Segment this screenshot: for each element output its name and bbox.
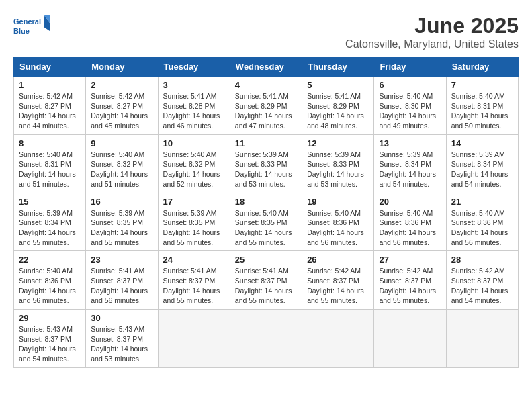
day-number: 12 <box>307 138 369 148</box>
day-info: Sunrise: 5:40 AMSunset: 8:30 PMDaylight:… <box>379 91 441 131</box>
calendar-cell: 11Sunrise: 5:39 AMSunset: 8:33 PMDayligh… <box>230 134 302 193</box>
day-info: Sunrise: 5:41 AMSunset: 8:29 PMDaylight:… <box>307 91 369 131</box>
calendar-cell: 25Sunrise: 5:41 AMSunset: 8:37 PMDayligh… <box>230 251 302 310</box>
day-number: 3 <box>163 80 225 90</box>
day-number: 21 <box>451 197 513 207</box>
day-info: Sunrise: 5:42 AMSunset: 8:27 PMDaylight:… <box>91 91 152 131</box>
day-number: 26 <box>307 255 369 265</box>
calendar-cell: 27Sunrise: 5:42 AMSunset: 8:37 PMDayligh… <box>374 251 446 310</box>
calendar-week-1: 1Sunrise: 5:42 AMSunset: 8:27 PMDaylight… <box>14 77 519 135</box>
day-number: 9 <box>91 138 152 148</box>
calendar-cell <box>374 310 446 368</box>
day-number: 27 <box>379 255 441 265</box>
day-info: Sunrise: 5:39 AMSunset: 8:34 PMDaylight:… <box>379 150 441 189</box>
day-info: Sunrise: 5:42 AMSunset: 8:37 PMDaylight:… <box>451 266 513 306</box>
day-number: 28 <box>451 255 513 265</box>
calendar-cell: 10Sunrise: 5:40 AMSunset: 8:32 PMDayligh… <box>158 134 230 193</box>
title-section: June 2025 Catonsville, Maryland, United … <box>345 13 519 50</box>
calendar-cell: 12Sunrise: 5:39 AMSunset: 8:33 PMDayligh… <box>302 134 374 193</box>
calendar-cell: 18Sunrise: 5:40 AMSunset: 8:35 PMDayligh… <box>230 193 302 251</box>
calendar-cell: 23Sunrise: 5:41 AMSunset: 8:37 PMDayligh… <box>86 251 158 310</box>
calendar-cell: 4Sunrise: 5:41 AMSunset: 8:29 PMDaylight… <box>230 77 302 135</box>
day-header-wednesday: Wednesday <box>230 58 302 77</box>
day-number: 1 <box>19 80 81 90</box>
calendar-cell: 14Sunrise: 5:39 AMSunset: 8:34 PMDayligh… <box>446 134 518 193</box>
day-number: 2 <box>91 80 152 90</box>
day-number: 19 <box>307 197 369 207</box>
day-number: 29 <box>19 313 81 323</box>
day-number: 22 <box>19 255 81 265</box>
day-info: Sunrise: 5:43 AMSunset: 8:37 PMDaylight:… <box>19 324 81 364</box>
day-info: Sunrise: 5:40 AMSunset: 8:32 PMDaylight:… <box>163 150 225 189</box>
calendar-cell: 1Sunrise: 5:42 AMSunset: 8:27 PMDaylight… <box>14 77 86 135</box>
day-info: Sunrise: 5:40 AMSunset: 8:36 PMDaylight:… <box>379 208 441 248</box>
svg-text:General: General <box>13 17 41 26</box>
calendar-cell <box>302 310 374 368</box>
calendar-header-row: SundayMondayTuesdayWednesdayThursdayFrid… <box>14 58 519 77</box>
day-info: Sunrise: 5:41 AMSunset: 8:37 PMDaylight:… <box>235 266 297 306</box>
day-info: Sunrise: 5:42 AMSunset: 8:37 PMDaylight:… <box>379 266 441 306</box>
day-info: Sunrise: 5:41 AMSunset: 8:37 PMDaylight:… <box>163 266 225 306</box>
day-number: 18 <box>235 197 297 207</box>
calendar-cell: 29Sunrise: 5:43 AMSunset: 8:37 PMDayligh… <box>14 310 86 368</box>
day-info: Sunrise: 5:39 AMSunset: 8:33 PMDaylight:… <box>235 150 297 189</box>
day-number: 17 <box>163 197 225 207</box>
day-info: Sunrise: 5:41 AMSunset: 8:28 PMDaylight:… <box>163 91 225 131</box>
day-info: Sunrise: 5:40 AMSunset: 8:31 PMDaylight:… <box>19 150 81 189</box>
day-number: 25 <box>235 255 297 265</box>
day-header-tuesday: Tuesday <box>158 58 230 77</box>
day-header-monday: Monday <box>86 58 158 77</box>
calendar-cell: 5Sunrise: 5:41 AMSunset: 8:29 PMDaylight… <box>302 77 374 135</box>
calendar-cell: 30Sunrise: 5:43 AMSunset: 8:37 PMDayligh… <box>86 310 158 368</box>
calendar-cell: 9Sunrise: 5:40 AMSunset: 8:32 PMDaylight… <box>86 134 158 193</box>
day-number: 7 <box>451 80 513 90</box>
calendar-cell <box>230 310 302 368</box>
day-header-thursday: Thursday <box>302 58 374 77</box>
day-info: Sunrise: 5:40 AMSunset: 8:36 PMDaylight:… <box>19 266 81 306</box>
day-number: 11 <box>235 138 297 148</box>
svg-text:Blue: Blue <box>13 27 30 35</box>
calendar-cell: 2Sunrise: 5:42 AMSunset: 8:27 PMDaylight… <box>86 77 158 135</box>
calendar-week-2: 8Sunrise: 5:40 AMSunset: 8:31 PMDaylight… <box>14 134 519 193</box>
subtitle: Catonsville, Maryland, United States <box>345 38 519 50</box>
day-number: 4 <box>235 80 297 90</box>
day-info: Sunrise: 5:42 AMSunset: 8:37 PMDaylight:… <box>307 266 369 306</box>
day-header-sunday: Sunday <box>14 58 86 77</box>
day-info: Sunrise: 5:41 AMSunset: 8:29 PMDaylight:… <box>235 91 297 131</box>
day-info: Sunrise: 5:39 AMSunset: 8:35 PMDaylight:… <box>91 208 152 248</box>
calendar-week-3: 15Sunrise: 5:39 AMSunset: 8:34 PMDayligh… <box>14 193 519 251</box>
calendar-cell: 8Sunrise: 5:40 AMSunset: 8:31 PMDaylight… <box>14 134 86 193</box>
day-header-friday: Friday <box>374 58 446 77</box>
calendar-cell: 15Sunrise: 5:39 AMSunset: 8:34 PMDayligh… <box>14 193 86 251</box>
calendar-cell: 21Sunrise: 5:40 AMSunset: 8:36 PMDayligh… <box>446 193 518 251</box>
header: General Blue June 2025 Catonsville, Mary… <box>13 13 519 50</box>
day-info: Sunrise: 5:40 AMSunset: 8:35 PMDaylight:… <box>235 208 297 248</box>
calendar-cell: 28Sunrise: 5:42 AMSunset: 8:37 PMDayligh… <box>446 251 518 310</box>
calendar-cell: 7Sunrise: 5:40 AMSunset: 8:31 PMDaylight… <box>446 77 518 135</box>
logo: General Blue <box>13 13 54 40</box>
calendar-cell: 6Sunrise: 5:40 AMSunset: 8:30 PMDaylight… <box>374 77 446 135</box>
day-number: 14 <box>451 138 513 148</box>
calendar-cell: 20Sunrise: 5:40 AMSunset: 8:36 PMDayligh… <box>374 193 446 251</box>
day-info: Sunrise: 5:39 AMSunset: 8:34 PMDaylight:… <box>451 150 513 189</box>
day-number: 6 <box>379 80 441 90</box>
day-number: 8 <box>19 138 81 148</box>
calendar-cell: 26Sunrise: 5:42 AMSunset: 8:37 PMDayligh… <box>302 251 374 310</box>
calendar-cell: 22Sunrise: 5:40 AMSunset: 8:36 PMDayligh… <box>14 251 86 310</box>
calendar-cell: 16Sunrise: 5:39 AMSunset: 8:35 PMDayligh… <box>86 193 158 251</box>
day-number: 20 <box>379 197 441 207</box>
calendar: SundayMondayTuesdayWednesdayThursdayFrid… <box>13 57 519 368</box>
logo-icon: General Blue <box>13 13 54 40</box>
day-info: Sunrise: 5:43 AMSunset: 8:37 PMDaylight:… <box>91 324 152 364</box>
day-info: Sunrise: 5:39 AMSunset: 8:35 PMDaylight:… <box>163 208 225 248</box>
main-title: June 2025 <box>345 13 519 38</box>
day-info: Sunrise: 5:40 AMSunset: 8:31 PMDaylight:… <box>451 91 513 131</box>
calendar-cell: 3Sunrise: 5:41 AMSunset: 8:28 PMDaylight… <box>158 77 230 135</box>
day-info: Sunrise: 5:39 AMSunset: 8:34 PMDaylight:… <box>19 208 81 248</box>
day-number: 30 <box>91 313 152 323</box>
calendar-cell <box>158 310 230 368</box>
day-number: 24 <box>163 255 225 265</box>
day-number: 5 <box>307 80 369 90</box>
day-number: 10 <box>163 138 225 148</box>
calendar-cell: 19Sunrise: 5:40 AMSunset: 8:36 PMDayligh… <box>302 193 374 251</box>
